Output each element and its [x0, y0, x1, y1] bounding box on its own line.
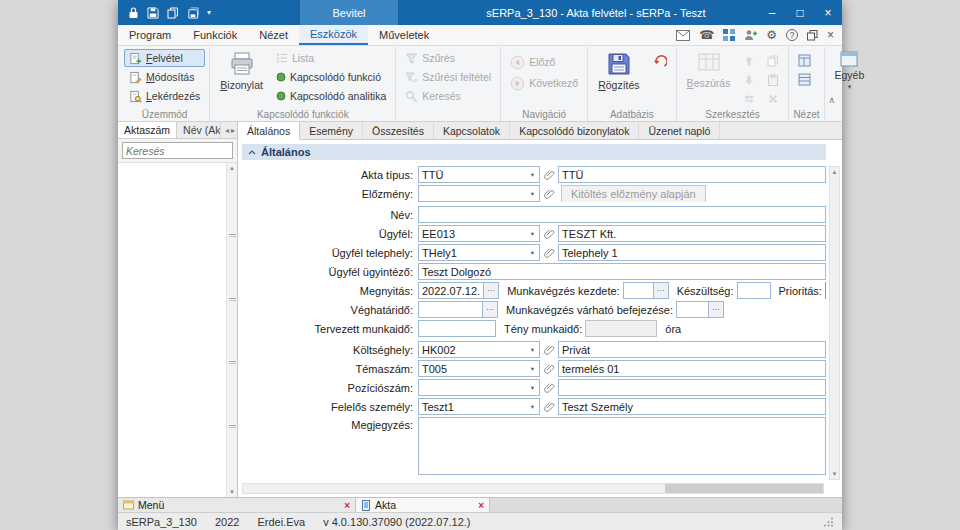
menu-nezet[interactable]: Nézet [248, 25, 299, 45]
attachment-icon[interactable] [540, 228, 558, 240]
close-button[interactable]: × [814, 0, 842, 25]
ribbon-collapse-button[interactable]: ∧ [828, 95, 835, 105]
megnyitas-date-field[interactable]: 2022.07.12. ··· [418, 282, 499, 299]
attachment-icon[interactable] [540, 382, 558, 394]
result-list[interactable]: ▲ ▼ [118, 163, 237, 497]
modositas-button[interactable]: Módosítás [124, 68, 205, 86]
pozicioszam-name-field[interactable] [558, 379, 826, 396]
ugyfel-telephely-name-field[interactable]: Telephely 1 [558, 244, 826, 261]
paste-row-button[interactable] [762, 71, 784, 89]
delete-row-button[interactable] [762, 90, 784, 108]
section-header-altalanos[interactable]: Általános [242, 144, 826, 160]
left-panel-scrollbar[interactable]: ▲ ▼ [226, 163, 237, 497]
attachment-icon[interactable] [540, 401, 558, 413]
close-menu-tab-icon[interactable]: × [344, 500, 350, 511]
nev-field[interactable] [418, 206, 826, 223]
felvetel-button[interactable]: Felvétel [124, 49, 205, 67]
tervezett-munkaido-field[interactable] [418, 320, 496, 337]
menu-program[interactable]: Program [118, 25, 182, 45]
scrollbar-thumb[interactable] [665, 484, 823, 493]
maximize-button[interactable]: □ [786, 0, 814, 25]
kapcsolodo-funkcio-button[interactable]: Kapcsolódó funkció [271, 68, 391, 86]
date-picker-icon[interactable]: ··· [483, 283, 498, 298]
menu-eszkozok[interactable]: Eszközök [299, 25, 368, 45]
kapcsolodo-analitika-button[interactable]: Kapcsolódó analitika [271, 87, 391, 105]
megjegyzes-textarea[interactable] [418, 417, 826, 475]
form-vertical-scrollbar[interactable]: ▲ ▼ [829, 166, 840, 480]
combo-dropdown-icon[interactable]: ▾ [526, 380, 539, 395]
scroll-up-icon[interactable]: ▲ [832, 169, 838, 175]
lista-button[interactable]: Lista [271, 49, 391, 67]
elozo-button[interactable]: Előző [505, 53, 583, 71]
tab-osszesites[interactable]: Összesítés [363, 122, 434, 139]
akta-tipus-combo[interactable]: TTÜ ▾ [418, 166, 540, 183]
attachment-icon[interactable] [540, 169, 558, 181]
help-icon[interactable]: ? [786, 29, 798, 41]
attachment-icon[interactable] [540, 363, 558, 375]
attachment-icon[interactable] [540, 247, 558, 259]
combo-dropdown-icon[interactable]: ▾ [526, 342, 539, 357]
koltseghely-name-field[interactable]: Privát [558, 341, 826, 358]
copy-row-button[interactable] [762, 52, 784, 70]
tab-uzenet-naplo[interactable]: Üzenet napló [639, 122, 720, 139]
close-akta-tab-icon[interactable]: × [478, 500, 484, 511]
akta-tipus-name-field[interactable]: TTÜ [558, 166, 826, 183]
tab-kapcsolodo-bizonylatok[interactable]: Kapcsolódó bizonylatok [510, 122, 639, 139]
date-picker-icon[interactable]: ··· [482, 302, 497, 317]
restore-window-icon[interactable] [807, 30, 818, 41]
dock-tab-akta[interactable]: Akta × [356, 498, 490, 512]
dock-tab-menu[interactable]: Menü × [118, 498, 356, 512]
gear-icon[interactable]: ⚙ [766, 29, 777, 41]
koltseghely-combo[interactable]: HK002 ▾ [418, 341, 540, 358]
modules-grid-icon[interactable] [723, 29, 735, 41]
combo-dropdown-icon[interactable]: ▾ [526, 167, 539, 182]
felelos-szemely-name-field[interactable]: Teszt Személy [558, 398, 826, 415]
tab-scroll-right-icon[interactable]: ▸ [231, 126, 235, 135]
ugyfel-ugyintezo-field[interactable]: Teszt Dolgozó [418, 263, 826, 280]
combo-dropdown-icon[interactable]: ▾ [526, 245, 539, 260]
date-picker-icon[interactable]: ··· [708, 302, 723, 317]
combo-dropdown-icon[interactable]: ▾ [526, 186, 539, 201]
search-input[interactable] [122, 142, 233, 159]
szures-button[interactable]: Szűrés [400, 49, 496, 67]
felelos-szemely-combo[interactable]: Teszt1 ▾ [418, 398, 540, 415]
elozmeny-combo[interactable]: ▾ [418, 185, 540, 202]
beszuras-button[interactable]: Beszúrás [681, 49, 737, 89]
layout-rows-button[interactable] [793, 70, 816, 88]
szuresi-feltetel-button[interactable]: Szűrési feltétel [400, 68, 496, 86]
pozicioszam-combo[interactable]: ▾ [418, 379, 540, 396]
tab-kapcsolatok[interactable]: Kapcsolatok [434, 122, 510, 139]
date-picker-icon[interactable]: ··· [653, 283, 668, 298]
resize-grip[interactable] [823, 516, 834, 527]
combo-dropdown-icon[interactable]: ▾ [526, 226, 539, 241]
lock-icon[interactable] [128, 6, 139, 19]
menu-funkciok[interactable]: Funkciók [182, 25, 248, 45]
attachment-icon[interactable] [540, 344, 558, 356]
ugyfel-combo[interactable]: EE013 ▾ [418, 225, 540, 242]
qat-dropdown-icon[interactable]: ▾ [207, 8, 211, 17]
swap-button[interactable] [738, 90, 760, 108]
attachment-icon[interactable] [540, 188, 558, 200]
kitoltes-elozmeny-button[interactable]: Kitöltés előzmény alapján [561, 185, 706, 202]
combo-dropdown-icon[interactable]: ▾ [526, 361, 539, 376]
close-document-icon[interactable]: × [827, 29, 834, 41]
move-up-button[interactable] [738, 52, 760, 70]
scroll-down-icon[interactable]: ▼ [229, 489, 235, 495]
scroll-down-icon[interactable]: ▼ [832, 471, 838, 477]
tab-aktaszam[interactable]: Aktaszám [118, 122, 177, 138]
document-tab-bevitel[interactable]: Bevitel [300, 0, 398, 25]
save-all-icon[interactable] [187, 7, 199, 19]
prioritas-field[interactable]: 5 [825, 282, 826, 299]
varhato-befejezes-field[interactable]: ··· [676, 301, 724, 318]
temaszam-combo[interactable]: T005 ▾ [418, 360, 540, 377]
tab-nev[interactable]: Név (Akt [177, 122, 221, 138]
phone-icon[interactable]: ☎ [699, 29, 714, 41]
add-user-icon[interactable] [744, 29, 757, 41]
tab-altalanos[interactable]: Általános [238, 122, 300, 140]
copy-icon[interactable] [167, 7, 179, 19]
elvetes-button[interactable] [648, 53, 672, 71]
veghatarido-field[interactable]: ··· [418, 301, 498, 318]
egyeb-button[interactable]: Egyéb ▾ [829, 49, 871, 91]
kereses-button[interactable]: Keresés [400, 87, 496, 105]
tab-esemeny[interactable]: Esemény [300, 122, 363, 139]
